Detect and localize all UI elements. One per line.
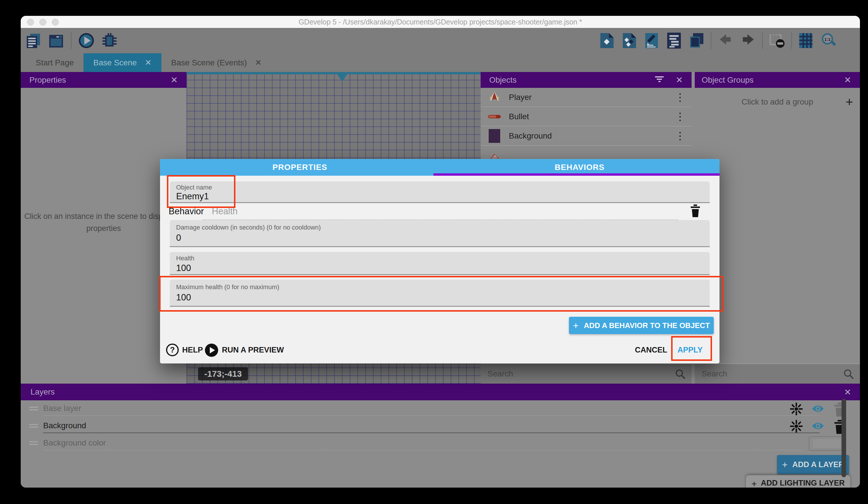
tab-label: Base Scene (Events)	[171, 58, 247, 67]
cancel-button[interactable]: CANCEL	[635, 346, 668, 354]
layer-row-background-color[interactable]: Background color	[21, 435, 860, 452]
add-layer-label: ADD A LAYER	[792, 460, 844, 469]
field-value[interactable]: 100	[176, 263, 191, 273]
background-color-swatch[interactable]	[809, 436, 845, 451]
scrollbar-thumb[interactable]	[841, 399, 846, 477]
debug-icon[interactable]	[101, 32, 118, 49]
add-group-row[interactable]: Click to add a group +	[695, 93, 860, 111]
visibility-eye-icon[interactable]	[812, 404, 824, 417]
panel-title: Layers	[31, 387, 55, 396]
app-window: GDevelop 5 - /Users/dkarakay/Documents/G…	[21, 16, 860, 487]
layer-name[interactable]: Base layer	[43, 404, 81, 413]
objects-search-row	[480, 363, 692, 384]
layer-divider	[43, 415, 820, 416]
layer-row-background[interactable]: Background	[21, 417, 860, 435]
object-menu-icon[interactable]: ⋮	[675, 111, 685, 123]
undo-icon[interactable]	[717, 32, 734, 49]
grid-toggle-icon[interactable]	[798, 32, 815, 49]
layer-divider	[43, 450, 802, 451]
objects-panel-icon[interactable]	[598, 32, 615, 49]
tab-properties[interactable]: PROPERTIES	[160, 159, 440, 176]
objects-search-input[interactable]	[487, 369, 675, 379]
play-preview-icon[interactable]	[78, 32, 95, 49]
close-tab-icon[interactable]: ✕	[145, 58, 151, 67]
object-row-background[interactable]: Background ⋮	[480, 127, 692, 146]
bullet-icon	[486, 109, 503, 125]
add-lighting-layer-button[interactable]: + ADD LIGHTING LAYER	[746, 475, 850, 487]
close-panel-icon[interactable]: ✕	[676, 75, 683, 85]
layers-copy-icon[interactable]	[688, 32, 705, 49]
dialog-footer: ? HELP RUN A PREVIEW CANCEL APPLY	[160, 341, 720, 360]
groups-search-input[interactable]	[701, 369, 843, 379]
layers-panel: Layers ✕ Base layer Background	[21, 384, 860, 487]
layers-panel-header: Layers ✕	[21, 384, 860, 400]
groups-search-row	[695, 363, 860, 384]
panel-title: Objects	[489, 75, 517, 85]
add-layer-button[interactable]: + ADD A LAYER	[777, 455, 849, 474]
drag-handle-icon[interactable]	[29, 424, 38, 429]
editor-tab-bar: Start Page Base Scene ✕ Base Scene (Even…	[21, 53, 860, 72]
health-field[interactable]: Health 100	[170, 252, 710, 275]
tab-label: Base Scene	[93, 58, 137, 67]
plus-icon: +	[782, 459, 788, 470]
filter-icon[interactable]	[654, 75, 665, 85]
object-menu-icon[interactable]: ⋮	[675, 91, 685, 103]
layer-row-base[interactable]: Base layer	[21, 400, 860, 417]
scene-window-icon[interactable]	[48, 32, 64, 49]
close-panel-icon[interactable]: ✕	[170, 75, 178, 85]
screenshot-stage: GDevelop 5 - /Users/dkarakay/Documents/G…	[0, 0, 868, 504]
window-title: GDevelop 5 - /Users/dkarakay/Documents/G…	[21, 16, 860, 28]
close-panel-icon[interactable]: ✕	[844, 387, 851, 397]
object-row-player[interactable]: Player ⋮	[480, 88, 692, 107]
help-button[interactable]: HELP	[182, 346, 203, 354]
effects-icon[interactable]	[790, 420, 803, 433]
toolbar-right-group: 1:1	[598, 32, 860, 49]
zoom-1-1-icon[interactable]: 1:1	[820, 32, 837, 49]
delete-behavior-trash-icon[interactable]	[690, 204, 702, 220]
panel-title: Properties	[29, 75, 66, 85]
instances-list-icon[interactable]	[666, 32, 682, 49]
plus-icon: +	[752, 478, 757, 487]
damage-cooldown-field[interactable]: Damage cooldown (in seconds) (0 for no c…	[170, 220, 710, 247]
project-manager-icon[interactable]	[25, 32, 41, 49]
object-row-partial[interactable]	[480, 146, 692, 161]
panel-title: Object Groups	[702, 75, 754, 85]
layer-name[interactable]: Background	[43, 421, 86, 430]
layer-name: Background color	[43, 439, 106, 447]
drag-handle-icon[interactable]	[29, 441, 38, 446]
visibility-eye-icon[interactable]	[812, 422, 824, 434]
add-group-plus-icon[interactable]: +	[846, 95, 853, 109]
toolbar-separator	[762, 32, 763, 49]
drag-handle-icon[interactable]	[29, 407, 38, 411]
field-value[interactable]: 0	[176, 233, 181, 243]
object-groups-icon[interactable]	[621, 32, 638, 49]
tab-base-scene-events[interactable]: Base Scene (Events) ✕	[162, 53, 272, 72]
run-preview-icon[interactable]	[205, 344, 218, 357]
tab-base-scene[interactable]: Base Scene ✕	[83, 53, 161, 72]
redo-icon[interactable]	[740, 32, 756, 49]
search-icon	[675, 369, 685, 379]
toolbar-separator	[791, 32, 792, 49]
title-bar: GDevelop 5 - /Users/dkarakay/Documents/G…	[21, 16, 860, 28]
object-name-field[interactable]: Object name Enemy1	[170, 181, 710, 203]
tab-start-page[interactable]: Start Page	[26, 53, 83, 72]
close-panel-icon[interactable]: ✕	[844, 75, 851, 85]
layer-divider	[43, 433, 820, 433]
object-groups-panel: Object Groups ✕ Click to add a group +	[695, 72, 860, 384]
object-row-bullet[interactable]: Bullet ⋮	[480, 107, 692, 127]
annotation-maximum-health	[159, 276, 723, 312]
active-tab-indicator	[433, 173, 720, 176]
add-behavior-button[interactable]: + ADD A BEHAVIOR TO THE OBJECT	[569, 317, 714, 334]
effects-icon[interactable]	[790, 403, 803, 415]
run-preview-button[interactable]: RUN A PREVIEW	[222, 346, 284, 354]
close-tab-icon[interactable]: ✕	[255, 58, 262, 67]
edit-scene-icon[interactable]	[643, 32, 660, 49]
help-icon[interactable]: ?	[166, 344, 179, 356]
selection-marker-icon	[337, 74, 347, 82]
toolbar-separator	[71, 32, 72, 49]
field-label: Damage cooldown (in seconds) (0 for no c…	[176, 224, 321, 231]
plus-icon: +	[573, 320, 579, 331]
mask-toggle-icon[interactable]	[769, 32, 785, 49]
object-menu-icon[interactable]: ⋮	[675, 130, 685, 142]
dialog-tab-bar: PROPERTIES BEHAVIORS	[160, 159, 720, 176]
